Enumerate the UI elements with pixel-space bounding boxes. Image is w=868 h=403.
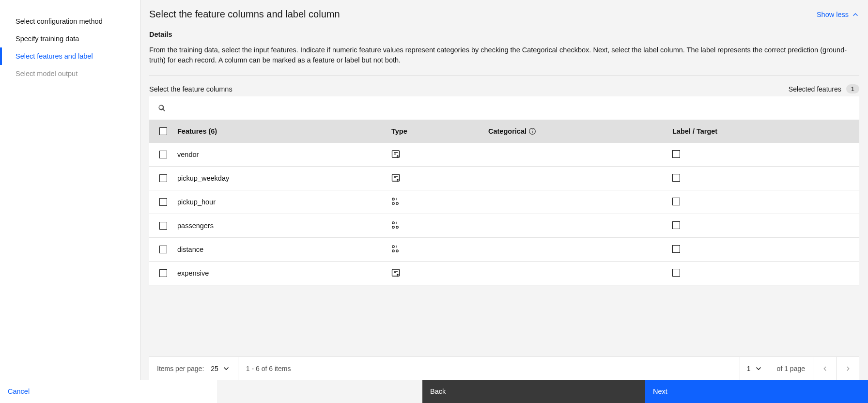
chevron-down-icon [222,365,230,372]
sidebar-item-label: Select configuration method [16,17,103,25]
checkbox[interactable] [672,245,680,253]
sidebar-item-label: Specify training data [16,35,79,43]
items-per-page-label: Items per page: [157,365,204,372]
show-less-toggle[interactable]: Show less [817,11,859,18]
column-header-type: Type [391,127,488,135]
table-row: distance [149,238,859,262]
details-heading: Details [149,31,859,38]
row-label-checkbox[interactable] [672,174,859,183]
selected-features-label: Selected features [789,85,841,93]
feature-type [391,268,488,279]
checkbox[interactable] [672,198,680,205]
checkbox[interactable] [672,221,680,229]
checkbox[interactable] [672,269,680,277]
row-feature-checkbox[interactable] [149,174,177,182]
text-type-icon [391,173,400,182]
items-per-page-value: 25 [211,365,218,372]
checkbox[interactable] [672,150,680,158]
chevron-down-icon [755,365,762,372]
next-page-button[interactable] [836,357,859,380]
row-feature-checkbox[interactable] [149,222,177,230]
checkbox[interactable] [159,151,167,158]
divider [149,75,859,76]
page-value: 1 [747,365,751,372]
row-feature-checkbox[interactable] [149,151,177,158]
row-feature-checkbox[interactable] [149,198,177,206]
caret-left-icon [822,365,828,372]
column-header-categorical: Categorical [488,127,672,135]
feature-name: pickup_weekday [177,174,391,182]
feature-name: vendor [177,151,391,158]
numeric-type-icon [391,245,400,253]
feature-name: distance [177,246,391,253]
numeric-type-icon [391,221,400,230]
details-description: From the training data, select the input… [149,45,859,65]
feature-name: passengers [177,222,391,230]
checkbox[interactable] [159,269,167,277]
main-content: Select the feature columns and label col… [140,0,868,380]
table-row: pickup_weekday [149,167,859,190]
back-button[interactable]: Back [422,380,645,403]
info-icon[interactable] [528,127,536,135]
selected-features-indicator: Selected features 1 [789,84,859,93]
sidebar-item-training-data[interactable]: Specify training data [0,30,140,47]
cancel-button[interactable]: Cancel [0,380,217,403]
numeric-type-icon [391,197,400,206]
table-row: vendor [149,143,859,167]
page-title: Select the feature columns and label col… [149,9,340,20]
text-type-icon [391,150,400,158]
feature-name: pickup_hour [177,198,391,206]
prev-page-button[interactable] [813,357,836,380]
feature-name: expensive [177,269,391,277]
sidebar-item-model-output: Select model output [0,65,140,82]
checkbox[interactable] [159,174,167,182]
checkbox[interactable] [159,127,167,135]
of-page-text: of 1 page [769,365,813,372]
feature-columns-prompt: Select the feature columns [149,85,232,93]
row-label-checkbox[interactable] [672,150,859,159]
caret-right-icon [845,365,852,372]
selected-features-count: 1 [846,84,859,93]
feature-type [391,150,488,160]
column-header-label: Label / Target [672,127,859,135]
table-row: pickup_hour [149,190,859,214]
pagination-range: 1 - 6 of 6 items [246,365,291,372]
sidebar-item-label: Select model output [16,70,78,78]
next-button[interactable]: Next [645,380,868,403]
wizard-footer: Cancel Back Next [0,380,868,403]
row-feature-checkbox[interactable] [149,246,177,253]
row-label-checkbox[interactable] [672,245,859,254]
feature-type [391,245,488,255]
row-label-checkbox[interactable] [672,221,859,231]
feature-type [391,221,488,231]
header-select-all[interactable] [149,127,177,135]
table-row: expensive [149,262,859,285]
feature-type [391,197,488,207]
wizard-sidebar: Select configuration method Specify trai… [0,0,140,380]
checkbox[interactable] [159,246,167,253]
row-label-checkbox[interactable] [672,198,859,207]
sidebar-item-config-method[interactable]: Select configuration method [0,13,140,30]
checkbox[interactable] [672,174,680,182]
sidebar-item-label: Select features and label [16,52,93,60]
table-header-row: Features (6) Type Categorical Label / Ta… [149,120,859,143]
checkbox[interactable] [159,222,167,230]
sidebar-item-features-label[interactable]: Select features and label [0,47,140,65]
pagination-bar: Items per page: 25 1 - 6 of 6 items 1 of… [149,356,859,380]
items-per-page-select[interactable]: 25 [211,357,230,380]
text-type-icon [391,268,400,277]
chevron-up-icon [852,11,859,18]
feature-type [391,173,488,184]
column-header-features: Features (6) [177,127,391,135]
page-select[interactable]: 1 [740,357,769,380]
show-less-label: Show less [817,11,849,18]
row-feature-checkbox[interactable] [149,269,177,277]
table-row: passengers [149,214,859,238]
search-icon [158,104,166,112]
row-label-checkbox[interactable] [672,269,859,278]
checkbox[interactable] [159,198,167,206]
features-table: Features (6) Type Categorical Label / Ta… [149,96,859,285]
table-search-row[interactable] [149,96,859,120]
